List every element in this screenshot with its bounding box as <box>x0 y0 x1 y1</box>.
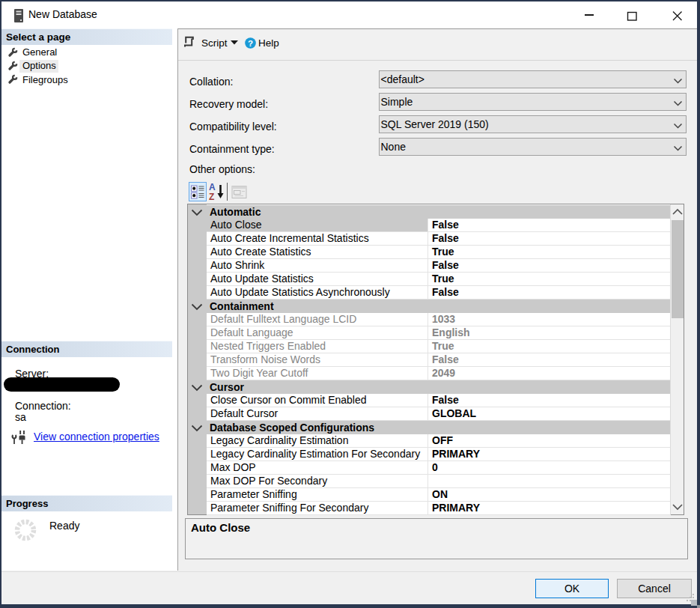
svg-text:A: A <box>209 182 216 192</box>
svg-text:?: ? <box>247 39 252 48</box>
svg-text:Z: Z <box>209 192 214 201</box>
